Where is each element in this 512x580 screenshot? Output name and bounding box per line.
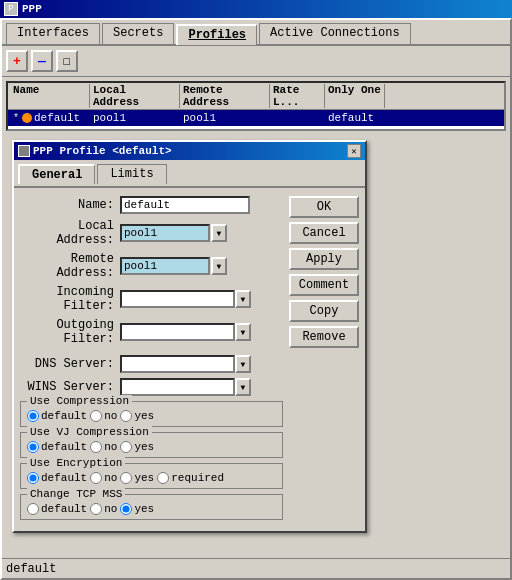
compression-default-radio[interactable] — [27, 410, 39, 422]
change-tcp-mss-group: Change TCP MSS default no yes — [20, 494, 283, 520]
col-header-remote: Remote Address — [180, 84, 270, 108]
vj-compression-yes-option[interactable]: yes — [120, 441, 154, 453]
local-address-input[interactable] — [120, 224, 210, 242]
wins-server-row: WINS Server: ▼ — [20, 378, 283, 396]
col-header-only: Only One — [325, 84, 385, 108]
dns-server-dropdown-button[interactable]: ▼ — [235, 355, 251, 373]
wins-server-label: WINS Server: — [20, 380, 120, 394]
row-name-text-2: default — [34, 128, 80, 131]
compression-yes-radio[interactable] — [120, 410, 132, 422]
add-button[interactable]: + — [6, 50, 28, 72]
remote-address-dropdown-button[interactable]: ▼ — [211, 257, 227, 275]
wins-server-dropdown-button[interactable]: ▼ — [235, 378, 251, 396]
tab-interfaces[interactable]: Interfaces — [6, 23, 100, 44]
encryption-yes-option[interactable]: yes — [120, 472, 154, 484]
dns-server-input[interactable] — [120, 355, 235, 373]
name-input[interactable] — [120, 196, 250, 214]
col-header-rate: Rate L... — [270, 84, 325, 108]
encryption-required-option[interactable]: required — [157, 472, 224, 484]
dialog-body: Name: Local Address: ▼ Remote Address: — [14, 190, 365, 531]
name-label: Name: — [20, 198, 120, 212]
status-bar: default — [2, 558, 510, 578]
vj-compression-no-option[interactable]: no — [90, 441, 117, 453]
title-bar-text: PPP — [22, 3, 42, 15]
dialog-close-button[interactable]: ✕ — [347, 144, 361, 158]
tcp-mss-yes-option[interactable]: yes — [120, 503, 154, 515]
tab-secrets[interactable]: Secrets — [102, 23, 174, 44]
row-local-1: pool1 — [90, 112, 180, 124]
dialog-buttons: OK Cancel Apply Comment Copy Remove — [289, 196, 359, 525]
incoming-filter-label: Incoming Filter: — [20, 285, 120, 313]
apply-button[interactable]: Apply — [289, 248, 359, 270]
local-address-dropdown-button[interactable]: ▼ — [211, 224, 227, 242]
compression-default-option[interactable]: default — [27, 410, 87, 422]
toolbar: + — ☐ — [2, 46, 510, 77]
incoming-filter-dropdown-button[interactable]: ▼ — [235, 290, 251, 308]
incoming-filter-input[interactable] — [120, 290, 235, 308]
remove-button[interactable]: — — [31, 50, 53, 72]
vj-compression-yes-radio[interactable] — [120, 441, 132, 453]
use-compression-radio-row: default no yes — [27, 410, 276, 422]
title-bar-icon: P — [4, 2, 18, 16]
dns-server-label: DNS Server: — [20, 357, 120, 371]
settings-button[interactable]: ☐ — [56, 50, 78, 72]
row-name-2: * default — [10, 128, 90, 131]
comment-button[interactable]: Comment — [289, 274, 359, 296]
encryption-default-option[interactable]: default — [27, 472, 87, 484]
tcp-mss-default-radio[interactable] — [27, 503, 39, 515]
table-row[interactable]: * default default — [8, 126, 504, 131]
dialog-title-bar: PPP Profile <default> ✕ — [14, 142, 365, 160]
encryption-required-radio[interactable] — [157, 472, 169, 484]
tab-bar: Interfaces Secrets Profiles Active Conne… — [2, 20, 510, 46]
outgoing-filter-row-inner: ▼ — [120, 323, 251, 341]
vj-compression-default-radio[interactable] — [27, 441, 39, 453]
encryption-default-radio[interactable] — [27, 472, 39, 484]
ok-button[interactable]: OK — [289, 196, 359, 218]
dialog-title-text: PPP Profile <default> — [33, 145, 172, 157]
main-window: Interfaces Secrets Profiles Active Conne… — [0, 18, 512, 580]
dialog-form: Name: Local Address: ▼ Remote Address: — [20, 196, 283, 525]
outgoing-filter-input[interactable] — [120, 323, 235, 341]
wins-server-input[interactable] — [120, 378, 235, 396]
status-text: default — [6, 562, 56, 576]
title-bar: P PPP — [0, 0, 512, 18]
row-icon-1 — [22, 113, 32, 123]
row-icon-2 — [22, 129, 32, 131]
row-remote-1: pool1 — [180, 112, 270, 124]
wins-server-row-inner: ▼ — [120, 378, 251, 396]
use-encryption-label: Use Encryption — [27, 457, 125, 469]
remote-address-input[interactable] — [120, 257, 210, 275]
vj-compression-default-option[interactable]: default — [27, 441, 87, 453]
table-header: Name Local Address Remote Address Rate L… — [8, 83, 504, 110]
local-address-select-row: ▼ — [120, 224, 227, 242]
dialog-title-icon — [18, 145, 30, 157]
compression-no-radio[interactable] — [90, 410, 102, 422]
vj-compression-no-radio[interactable] — [90, 441, 102, 453]
change-tcp-mss-label: Change TCP MSS — [27, 488, 125, 500]
use-vj-compression-group: Use VJ Compression default no yes — [20, 432, 283, 458]
encryption-no-radio[interactable] — [90, 472, 102, 484]
cancel-button[interactable]: Cancel — [289, 222, 359, 244]
profiles-table: Name Local Address Remote Address Rate L… — [6, 81, 506, 131]
table-row[interactable]: * default pool1 pool1 default — [8, 110, 504, 126]
compression-no-option[interactable]: no — [90, 410, 117, 422]
name-row: Name: — [20, 196, 283, 214]
compression-yes-option[interactable]: yes — [120, 410, 154, 422]
tcp-mss-no-option[interactable]: no — [90, 503, 117, 515]
encryption-yes-radio[interactable] — [120, 472, 132, 484]
tcp-mss-yes-radio[interactable] — [120, 503, 132, 515]
encryption-no-option[interactable]: no — [90, 472, 117, 484]
tcp-mss-no-radio[interactable] — [90, 503, 102, 515]
outgoing-filter-row: Outgoing Filter: ▼ — [20, 318, 283, 346]
copy-button[interactable]: Copy — [289, 300, 359, 322]
remove-button[interactable]: Remove — [289, 326, 359, 348]
tab-profiles[interactable]: Profiles — [176, 24, 257, 45]
row-star-2: * — [13, 129, 19, 132]
dialog-tab-general[interactable]: General — [18, 164, 95, 184]
tcp-mss-default-option[interactable]: default — [27, 503, 87, 515]
dns-server-row: DNS Server: ▼ — [20, 355, 283, 373]
use-vj-compression-radio-row: default no yes — [27, 441, 276, 453]
dialog-tab-limits[interactable]: Limits — [97, 164, 166, 184]
outgoing-filter-dropdown-button[interactable]: ▼ — [235, 323, 251, 341]
tab-active-connections[interactable]: Active Connections — [259, 23, 411, 44]
